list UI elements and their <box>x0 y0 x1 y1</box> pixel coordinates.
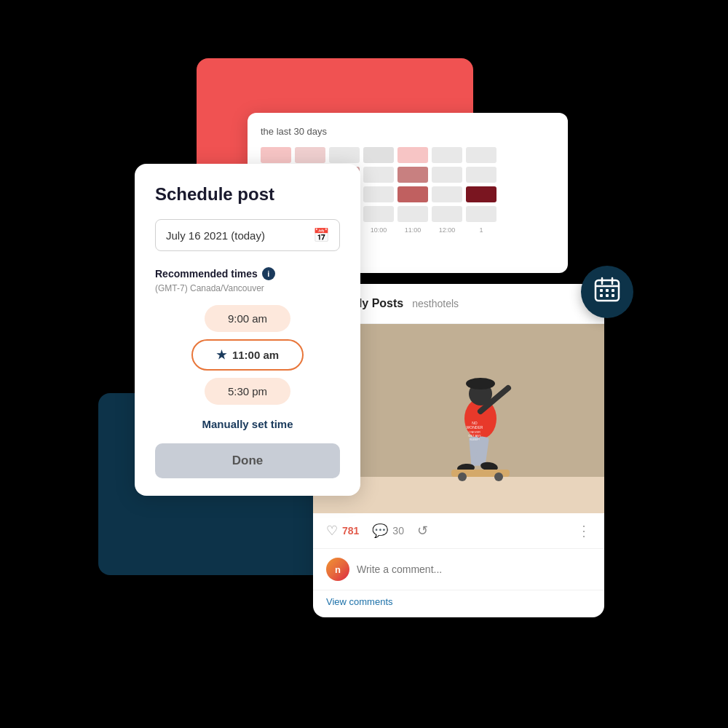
time-slot-9am[interactable]: 9:00 am <box>205 305 290 332</box>
calendar-input-icon: 📅 <box>313 227 329 243</box>
heatmap-cell <box>261 147 291 163</box>
heatmap-row <box>261 147 555 163</box>
time-slots-container: 9:00 am ★ 11:00 am 5:30 pm <box>155 305 340 405</box>
heatmap-cell <box>329 147 360 163</box>
svg-rect-27 <box>606 289 609 292</box>
svg-rect-26 <box>600 289 603 292</box>
manually-set-time-link[interactable]: Manually set time <box>155 418 340 430</box>
heatmap-cell <box>432 186 462 202</box>
heatmap-cell <box>363 167 394 183</box>
svg-text:SLEEP!: SLEEP! <box>470 438 480 441</box>
repost-icon: ↺ <box>417 523 428 539</box>
posts-subtitle: nesthotels <box>412 298 459 309</box>
svg-text:WONDER: WONDER <box>467 425 483 430</box>
calendar-fab-button[interactable] <box>581 266 633 318</box>
star-icon: ★ <box>216 348 226 362</box>
done-button[interactable]: Done <box>155 443 340 478</box>
svg-rect-28 <box>612 289 614 292</box>
svg-rect-29 <box>600 294 603 297</box>
info-icon[interactable]: i <box>262 267 275 280</box>
comment-icon: 💬 <box>372 523 388 539</box>
likes-count: 781 <box>342 525 359 537</box>
user-avatar: n <box>326 558 349 581</box>
more-options-icon[interactable]: ⋮ <box>577 522 591 539</box>
comment-input-field[interactable] <box>357 563 591 575</box>
schedule-post-title: Schedule post <box>155 184 340 205</box>
view-comments-link[interactable]: View comments <box>313 590 604 617</box>
comments-count: 30 <box>392 525 404 537</box>
recommended-times-label: Recommended times i <box>155 267 340 280</box>
analytics-card-title: the last 30 days <box>261 126 555 137</box>
heatmap-cell <box>466 147 496 163</box>
heatmap-cell <box>397 167 428 183</box>
heatmap-cell <box>397 186 428 202</box>
heatmap-cell <box>466 186 496 202</box>
heatmap-cell <box>295 147 325 163</box>
heatmap-cell <box>397 147 428 163</box>
calendar-fab-icon <box>594 277 620 308</box>
comments-group[interactable]: 💬 30 <box>372 523 404 539</box>
date-value: July 16 2021 (today) <box>166 229 265 242</box>
comment-section: n <box>313 549 604 590</box>
heatmap-time-label: 11:00 <box>397 226 428 234</box>
heatmap-cell <box>397 206 428 222</box>
svg-rect-30 <box>606 294 609 297</box>
timezone-label: (GMT-7) Canada/Vancouver <box>155 283 340 293</box>
date-picker-input[interactable]: July 16 2021 (today) 📅 <box>155 219 340 251</box>
heatmap-cell <box>432 147 462 163</box>
time-slot-11am[interactable]: ★ 11:00 am <box>191 339 304 371</box>
heatmap-cell <box>466 167 496 183</box>
posts-actions-bar: ♡ 781 💬 30 ↺ ⋮ <box>313 513 604 549</box>
heatmap-cell <box>363 147 394 163</box>
heatmap-time-label: 10:00 <box>363 226 394 234</box>
likes-group[interactable]: ♡ 781 <box>326 523 359 539</box>
schedule-post-card: Schedule post July 16 2021 (today) 📅 Rec… <box>135 164 360 496</box>
svg-rect-31 <box>612 294 614 297</box>
heatmap-time-label: 12:00 <box>432 226 462 234</box>
heatmap-cell <box>363 206 394 222</box>
heatmap-cell <box>363 186 394 202</box>
heart-icon: ♡ <box>326 523 338 539</box>
svg-point-15 <box>458 472 467 481</box>
retweet-group[interactable]: ↺ <box>417 523 428 539</box>
heatmap-cell <box>432 167 462 183</box>
svg-point-8 <box>466 378 495 389</box>
heatmap-cell <box>466 206 496 222</box>
heatmap-cell <box>432 206 462 222</box>
svg-point-16 <box>494 472 503 481</box>
heatmap-time-label: 1 <box>466 226 496 234</box>
time-slot-530pm[interactable]: 5:30 pm <box>205 378 290 405</box>
